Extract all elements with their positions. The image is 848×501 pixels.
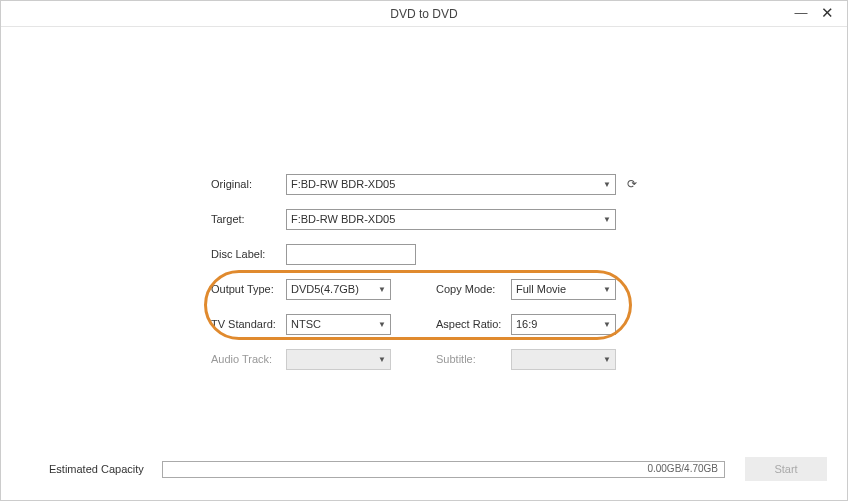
chevron-down-icon: ▼ [603,215,611,224]
row-disc-label: Disc Label: [211,243,641,265]
copy-mode-label: Copy Mode: [436,283,511,295]
capacity-text: 0.00GB/4.70GB [647,463,718,474]
audio-track-label: Audio Track: [211,353,286,365]
subtitle-label: Subtitle: [436,353,511,365]
output-type-value: DVD5(4.7GB) [291,283,359,295]
aspect-ratio-value: 16:9 [516,318,537,330]
titlebar: DVD to DVD — ✕ [1,1,847,27]
close-button[interactable]: ✕ [819,4,835,22]
row-tv-aspect: TV Standard: NTSC ▼ Aspect Ratio: 16:9 ▼ [211,313,641,335]
capacity-progress-bar: 0.00GB/4.70GB [162,461,725,478]
target-select[interactable]: F:BD-RW BDR-XD05 ▼ [286,209,616,230]
original-label: Original: [211,178,286,190]
disc-label-input[interactable] [286,244,416,265]
chevron-down-icon: ▼ [378,320,386,329]
aspect-ratio-label: Aspect Ratio: [436,318,511,330]
refresh-button[interactable]: ⟳ [624,176,640,192]
content-area: Original: F:BD-RW BDR-XD05 ▼ ⟳ Target: F… [1,27,847,500]
target-label: Target: [211,213,286,225]
original-value: F:BD-RW BDR-XD05 [291,178,395,190]
row-output-copy: Output Type: DVD5(4.7GB) ▼ Copy Mode: Fu… [211,278,641,300]
aspect-ratio-select[interactable]: 16:9 ▼ [511,314,616,335]
row-target: Target: F:BD-RW BDR-XD05 ▼ [211,208,641,230]
copy-mode-select[interactable]: Full Movie ▼ [511,279,616,300]
original-select[interactable]: F:BD-RW BDR-XD05 ▼ [286,174,616,195]
estimated-capacity-label: Estimated Capacity [49,463,144,475]
footer: Estimated Capacity 0.00GB/4.70GB Start [1,456,847,482]
subtitle-select: ▼ [511,349,616,370]
tv-standard-select[interactable]: NTSC ▼ [286,314,391,335]
output-type-select[interactable]: DVD5(4.7GB) ▼ [286,279,391,300]
form-area: Original: F:BD-RW BDR-XD05 ▼ ⟳ Target: F… [211,173,641,383]
chevron-down-icon: ▼ [603,285,611,294]
output-type-label: Output Type: [211,283,286,295]
disc-label-label: Disc Label: [211,248,286,260]
chevron-down-icon: ▼ [378,285,386,294]
row-original: Original: F:BD-RW BDR-XD05 ▼ ⟳ [211,173,641,195]
target-value: F:BD-RW BDR-XD05 [291,213,395,225]
chevron-down-icon: ▼ [603,180,611,189]
tv-standard-value: NTSC [291,318,321,330]
window-title: DVD to DVD [390,7,457,21]
minimize-button[interactable]: — [793,5,809,20]
tv-standard-label: TV Standard: [211,318,286,330]
chevron-down-icon: ▼ [603,355,611,364]
refresh-icon: ⟳ [627,177,637,191]
audio-track-select: ▼ [286,349,391,370]
window: DVD to DVD — ✕ Original: F:BD-RW BDR-XD0… [0,0,848,501]
copy-mode-value: Full Movie [516,283,566,295]
start-button: Start [745,457,827,481]
chevron-down-icon: ▼ [603,320,611,329]
row-audio-subtitle: Audio Track: ▼ Subtitle: ▼ [211,348,641,370]
chevron-down-icon: ▼ [378,355,386,364]
